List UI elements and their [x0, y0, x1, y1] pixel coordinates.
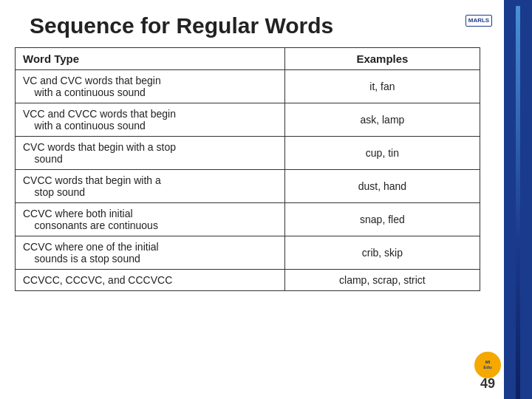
- table-cell-type-2: CVC words that begin with a stop sound: [16, 137, 285, 170]
- mi-edu-badge: MIEdu: [474, 352, 501, 378]
- marls-logo: MARLS: [466, 15, 492, 27]
- table-cell-examples-1: ask, lamp: [284, 103, 480, 137]
- main-title: Sequence for Regular Words: [30, 13, 517, 38]
- table-cell-type-0: VC and CVC words that begin with a conti…: [16, 70, 285, 103]
- logo-area: MARLS: [457, 6, 501, 35]
- table-cell-type-4: CCVC where both initial consonants are c…: [16, 203, 285, 236]
- table-cell-examples-4: snap, fled: [284, 203, 480, 236]
- table-cell-type-1: VCC and CVCC words that begin with a con…: [16, 103, 285, 137]
- mi-edu-logo: MIEdu: [474, 352, 501, 378]
- right-bar: [504, 0, 532, 399]
- header-word-type: Word Type: [16, 48, 285, 70]
- page: MARLS Sequence for Regular Words Word Ty…: [0, 0, 532, 399]
- table-row: CCVC where both initial consonants are c…: [16, 203, 480, 236]
- table-row: CVCC words that begin with a stop soundd…: [16, 170, 480, 203]
- table-row: VC and CVC words that begin with a conti…: [16, 70, 480, 103]
- table-cell-examples-0: it, fan: [284, 70, 480, 103]
- table-row: CCVCC, CCCVC, and CCCVCCclamp, scrap, st…: [16, 270, 480, 291]
- table-body: VC and CVC words that begin with a conti…: [16, 70, 480, 291]
- table-cell-type-6: CCVCC, CCCVC, and CCCVCC: [16, 270, 285, 291]
- table-cell-examples-2: cup, tin: [284, 137, 480, 170]
- table-cell-examples-6: clamp, scrap, strict: [284, 270, 480, 291]
- main-table: Word Type Examples VC and CVC words that…: [15, 47, 480, 291]
- table-row: CCVC where one of the initial sounds is …: [16, 236, 480, 270]
- table-row: CVC words that begin with a stop soundcu…: [16, 137, 480, 170]
- mi-edu-text: MIEdu: [483, 360, 491, 369]
- table-cell-examples-5: crib, skip: [284, 236, 480, 270]
- table-row: VCC and CVCC words that begin with a con…: [16, 103, 480, 137]
- blue-stripe: [516, 6, 520, 399]
- table-cell-examples-3: dust, hand: [284, 170, 480, 203]
- table-cell-type-5: CCVC where one of the initial sounds is …: [16, 236, 285, 270]
- table-cell-type-3: CVCC words that begin with a stop sound: [16, 170, 285, 203]
- table-header-row: Word Type Examples: [16, 48, 480, 70]
- content-area: Word Type Examples VC and CVC words that…: [15, 47, 517, 392]
- header-examples: Examples: [284, 48, 480, 70]
- page-number: 49: [480, 376, 495, 392]
